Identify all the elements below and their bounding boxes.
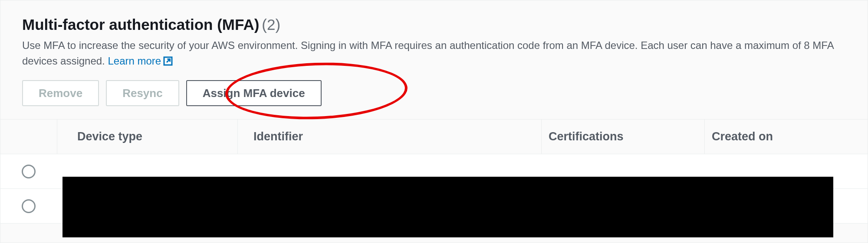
panel-description: Use MFA to increase the security of your… bbox=[22, 38, 846, 69]
learn-more-label: Learn more bbox=[108, 53, 161, 69]
assign-mfa-button[interactable]: Assign MFA device bbox=[186, 80, 322, 106]
title-line: Multi-factor authentication (MFA) (2) bbox=[22, 16, 846, 33]
remove-button[interactable]: Remove bbox=[22, 80, 99, 106]
table-header-row: Device type Identifier Certifications Cr… bbox=[0, 119, 868, 154]
redacted-content bbox=[62, 177, 833, 237]
row-select-cell bbox=[0, 165, 57, 178]
col-device-type[interactable]: Device type bbox=[57, 120, 237, 154]
mfa-header: Multi-factor authentication (MFA) (2) Us… bbox=[0, 0, 868, 119]
col-created-on[interactable]: Created on bbox=[704, 120, 868, 154]
col-select bbox=[0, 120, 57, 154]
col-identifier[interactable]: Identifier bbox=[237, 120, 541, 154]
action-buttons: Remove Resync Assign MFA device bbox=[22, 80, 846, 106]
resync-button[interactable]: Resync bbox=[106, 80, 179, 106]
row-radio[interactable] bbox=[22, 165, 36, 178]
mfa-panel: Multi-factor authentication (MFA) (2) Us… bbox=[0, 0, 868, 243]
col-certifications[interactable]: Certifications bbox=[541, 120, 704, 154]
row-radio[interactable] bbox=[22, 199, 36, 213]
external-link-icon bbox=[163, 56, 173, 66]
row-select-cell bbox=[0, 199, 57, 213]
learn-more-link[interactable]: Learn more bbox=[108, 53, 173, 69]
panel-title: Multi-factor authentication (MFA) bbox=[22, 16, 259, 33]
device-count: (2) bbox=[262, 16, 280, 33]
